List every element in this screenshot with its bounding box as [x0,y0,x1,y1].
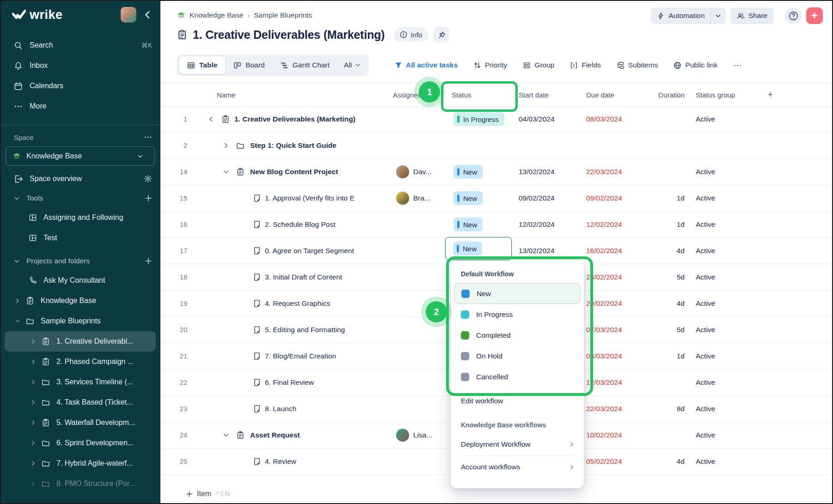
column-header-due-date[interactable]: Due date [586,83,614,107]
status-option-completed[interactable]: Completed [451,325,584,346]
breadcrumb-sample-blueprints[interactable]: Sample Blueprints [254,11,312,19]
edit-workflow-item[interactable]: Edit workflow [451,391,584,411]
space-selector[interactable]: Knowledge Base [6,146,155,166]
user-avatar[interactable] [121,7,136,23]
due-date[interactable]: 22/03/2024 [586,396,622,422]
sidebar-project-item[interactable]: Ask My Consultant [0,270,160,291]
column-header-start-date[interactable]: Start date [519,83,549,107]
info-button[interactable]: Info [394,27,428,42]
sidebar-blueprint-item[interactable]: 7. Hybrid Agile-waterf... [5,453,156,474]
status-option-cancelled[interactable]: Cancelled [451,366,584,387]
status-cell[interactable]: In Progress [453,106,504,132]
toolbar-button-group[interactable]: Group [523,61,554,69]
sidebar-project-item[interactable]: Sample Blueprints [0,311,160,331]
column-header-status-group[interactable]: Status group [696,83,735,107]
sidebar-project-item[interactable]: Knowledge Base [0,291,160,311]
chevron-right-icon[interactable] [31,359,36,364]
due-date[interactable]: 10/02/2024 [586,422,622,448]
chevron-right-icon[interactable] [31,339,36,344]
sidebar-blueprint-item[interactable]: 3. Services Timeline (... [5,372,156,392]
sidebar-tool-item[interactable]: Test [0,228,160,248]
task-name[interactable]: 0. Agree on Target Segment [265,238,354,264]
share-button[interactable]: Share [730,7,774,24]
status-option-on-hold[interactable]: On Hold [451,346,584,366]
task-name[interactable]: Asset Request [250,422,300,448]
sidebar-section-projects[interactable]: Projects and folders [0,252,160,270]
table-row[interactable]: 11. Creative Deliverables (Marketing)In … [160,106,833,133]
due-date[interactable]: 08/03/2024 [586,343,622,369]
automation-dropdown-toggle[interactable] [710,7,726,24]
due-date[interactable]: 12/02/2024 [586,212,622,237]
status-pill[interactable]: New [453,242,482,255]
assignee-avatar[interactable] [396,428,410,442]
sidebar-item-search[interactable]: Search⌘K [0,35,160,55]
task-name[interactable]: 1. Creative Deliverables (Marketing) [234,106,355,132]
due-date[interactable]: 29/02/2024 [586,291,622,316]
status-pill[interactable]: New [453,218,483,231]
scope-selector[interactable]: All [337,61,367,69]
add-project-icon[interactable] [145,257,152,265]
wrike-logo[interactable]: wrike [12,8,121,22]
task-name[interactable]: 3. Initial Draft of Content [265,264,342,290]
chevron-right-icon[interactable] [223,142,229,149]
task-name[interactable]: 4. Review [265,449,296,474]
create-new-button[interactable]: + [806,7,823,24]
task-name[interactable]: 1. Approval (Verify fits into E [265,185,355,211]
due-date[interactable]: 05/02/2024 [586,449,622,474]
start-date[interactable]: 12/02/2024 [519,212,555,237]
toolbar-button-public-link[interactable]: Public link [674,61,717,69]
sidebar-blueprint-item[interactable]: 2. Phased Campaign ... [5,352,156,372]
task-name[interactable]: 5. Editing and Formatting [265,317,345,343]
status-pill[interactable]: New [453,165,483,179]
toolbar-more-button[interactable]: ⋯ [733,60,743,71]
chevron-down-icon[interactable] [223,432,229,438]
filter-active-tasks[interactable]: All active tasks [395,61,458,69]
add-item-button[interactable]: Item [197,490,211,498]
status-cell-editing[interactable]: New [445,237,512,260]
sidebar-section-tools[interactable]: Tools [0,189,160,207]
task-name[interactable]: 7. Blog/Email Creation [265,343,336,369]
sidebar-blueprint-item[interactable]: 8. PMO Structure (Por... [5,474,156,494]
toolbar-button-priority[interactable]: Priority [473,61,507,69]
assignee-avatar[interactable] [396,165,410,179]
chevron-right-icon[interactable] [31,481,36,486]
sidebar-tool-item[interactable]: Assigning and Following [0,207,160,228]
breadcrumb-knowledge-base[interactable]: Knowledge Base [190,11,243,19]
task-name[interactable]: 8. Launch [265,396,296,422]
view-tab-gantt-chart[interactable]: Gantt Chart [273,56,337,74]
column-header-duration[interactable]: Duration [650,83,685,107]
sidebar-blueprint-item[interactable]: 4. Task Based (Ticket... [5,392,156,413]
assignee-avatar[interactable] [396,191,410,205]
status-cell[interactable]: New [453,159,483,185]
due-date[interactable]: 22/03/2024 [586,159,622,185]
table-row[interactable]: 162. Schedule Blog PostNew12/02/202412/0… [160,212,833,238]
help-button[interactable] [785,7,802,24]
sidebar-blueprint-item[interactable]: 1. Creative Deliverabl... [5,331,156,352]
sidebar-blueprint-item[interactable]: 6. Sprint Developmen... [5,433,156,453]
status-option-new[interactable]: New [454,283,581,304]
status-cell[interactable]: New [453,212,483,237]
start-date[interactable]: 13/02/2024 [519,159,555,185]
column-header-name[interactable]: Name [217,83,235,107]
due-date[interactable]: 07/03/2024 [586,317,622,343]
chevron-right-icon[interactable] [31,461,36,466]
sidebar-item-calendars[interactable]: Calendars [0,76,160,96]
deployment-workflow-item[interactable]: Deployment Workflow [451,434,584,455]
status-option-in-progress[interactable]: In Progress [451,304,584,325]
task-name[interactable]: 4. Request Graphics [265,291,330,316]
table-row[interactable]: 2Step 1: Quick Start Guide [160,133,833,159]
start-date[interactable]: 09/02/2024 [519,185,555,211]
toolbar-button-fields[interactable]: Fields [570,61,600,69]
add-tool-icon[interactable] [145,194,152,202]
sidebar-blueprint-item[interactable]: 5. Waterfall Developm... [5,413,156,433]
pin-button[interactable] [434,27,449,43]
automation-button[interactable]: Automation [651,7,725,24]
task-name[interactable]: Step 1: Quick Start Guide [250,133,337,158]
chevron-right-icon[interactable] [31,440,36,446]
due-date[interactable]: 08/03/2024 [586,106,622,132]
add-column-button[interactable]: + [768,83,773,107]
view-tab-table[interactable]: Table [179,56,226,74]
table-row[interactable]: 151. Approval (Verify fits into EBra...N… [160,185,833,212]
task-name[interactable]: New Blog Content Project [250,159,338,185]
task-name[interactable]: 6. Final Review [265,370,314,395]
